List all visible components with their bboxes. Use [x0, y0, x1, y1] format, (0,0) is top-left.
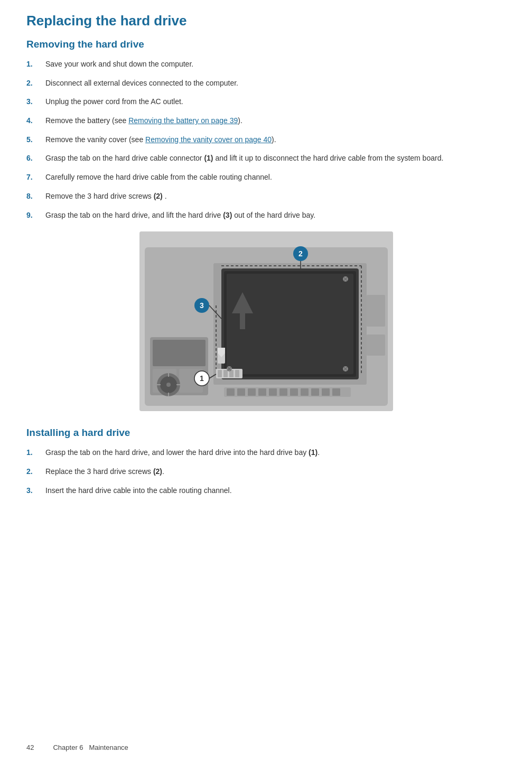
svg-rect-48	[367, 334, 385, 356]
step-item: 7. Carefully remove the hard drive cable…	[26, 172, 506, 183]
svg-rect-28	[240, 313, 245, 329]
svg-rect-57	[301, 388, 309, 396]
step-number: 3.	[26, 96, 43, 107]
step-text: Disconnect all external devices connecte…	[45, 78, 506, 89]
step-number: 2.	[26, 78, 43, 89]
installing-steps-list: 1. Grasp the tab on the hard drive, and …	[26, 447, 506, 496]
svg-rect-55	[279, 388, 287, 396]
svg-rect-56	[290, 388, 298, 396]
svg-rect-16	[227, 274, 353, 374]
removing-steps-list: 1. Save your work and shut down the comp…	[26, 59, 506, 221]
step-text: Save your work and shut down the compute…	[45, 59, 506, 70]
step-text: Unplug the power cord from the AC outlet…	[45, 96, 506, 108]
svg-rect-24	[235, 370, 239, 377]
step-text: Remove the battery (see Removing the bat…	[45, 115, 506, 127]
step-number: 1.	[26, 59, 43, 70]
step-number: 4.	[26, 115, 43, 126]
step-item: 8. Remove the 3 hard drive screws (2) .	[26, 191, 506, 202]
step-item: 1. Grasp the tab on the hard drive, and …	[26, 447, 506, 459]
step-number: 1.	[26, 447, 43, 458]
step-number: 5.	[26, 134, 43, 145]
step-text: Grasp the tab on the hard drive, and low…	[45, 447, 506, 459]
svg-rect-51	[237, 388, 245, 396]
svg-rect-60	[332, 388, 340, 396]
step-item: 9. Grasp the tab on the hard drive, and …	[26, 210, 506, 221]
installing-section-title: Installing a hard drive	[26, 427, 506, 439]
step-item: 5. Remove the vanity cover (see Removing…	[26, 134, 506, 146]
step-text: Remove the 3 hard drive screws (2) .	[45, 191, 506, 202]
battery-link[interactable]: Removing the battery on page 39	[128, 116, 238, 125]
step-text: Replace the 3 hard drive screws (2).	[45, 466, 506, 478]
svg-rect-47	[367, 295, 385, 327]
step-item: 3. Insert the hard drive cable into the …	[26, 485, 506, 497]
footer-page-number: 42	[26, 744, 34, 751]
svg-text:2: 2	[298, 249, 303, 258]
svg-rect-53	[258, 388, 266, 396]
svg-rect-21	[218, 370, 222, 377]
svg-rect-50	[227, 388, 235, 396]
step-item: 4. Remove the battery (see Removing the …	[26, 115, 506, 127]
page-title: Replacing the hard drive	[26, 13, 506, 29]
installing-section: Installing a hard drive 1. Grasp the tab…	[26, 427, 506, 496]
step-number: 2.	[26, 466, 43, 477]
svg-rect-52	[248, 388, 256, 396]
step-item: 1. Save your work and shut down the comp…	[26, 59, 506, 70]
step-text: Carefully remove the hard drive cable fr…	[45, 172, 506, 183]
step-text: Remove the vanity cover (see Removing th…	[45, 134, 506, 146]
footer-chapter: Chapter 6 Maintenance	[53, 744, 128, 751]
svg-text:3: 3	[200, 301, 204, 310]
step-number: 7.	[26, 172, 43, 183]
svg-text:1: 1	[200, 374, 204, 383]
step-text: Grasp the tab on the hard drive, and lif…	[45, 210, 506, 221]
svg-rect-59	[322, 388, 330, 396]
svg-rect-54	[269, 388, 277, 396]
step-text: Grasp the tab on the hard drive cable co…	[45, 153, 506, 164]
vanity-cover-link[interactable]: Removing the vanity cover on page 40	[145, 135, 272, 144]
step-number: 9.	[26, 210, 43, 221]
step-item: 3. Unplug the power cord from the AC out…	[26, 96, 506, 108]
diagram-container: 2 3 1	[26, 231, 506, 411]
svg-point-8	[166, 383, 171, 387]
step-number: 8.	[26, 191, 43, 202]
svg-rect-22	[223, 370, 228, 377]
page-footer: 42 Chapter 6 Maintenance	[26, 744, 128, 751]
hard-drive-diagram: 2 3 1	[139, 231, 393, 411]
step-item: 2. Replace the 3 hard drive screws (2).	[26, 466, 506, 478]
step-item: 6. Grasp the tab on the hard drive cable…	[26, 153, 506, 164]
svg-rect-3	[153, 340, 206, 366]
step-number: 3.	[26, 485, 43, 496]
removing-section-title: Removing the hard drive	[26, 39, 506, 50]
svg-rect-58	[311, 388, 319, 396]
step-number: 6.	[26, 153, 43, 164]
step-item: 2. Disconnect all external devices conne…	[26, 78, 506, 89]
step-text: Insert the hard drive cable into the cab…	[45, 485, 506, 497]
